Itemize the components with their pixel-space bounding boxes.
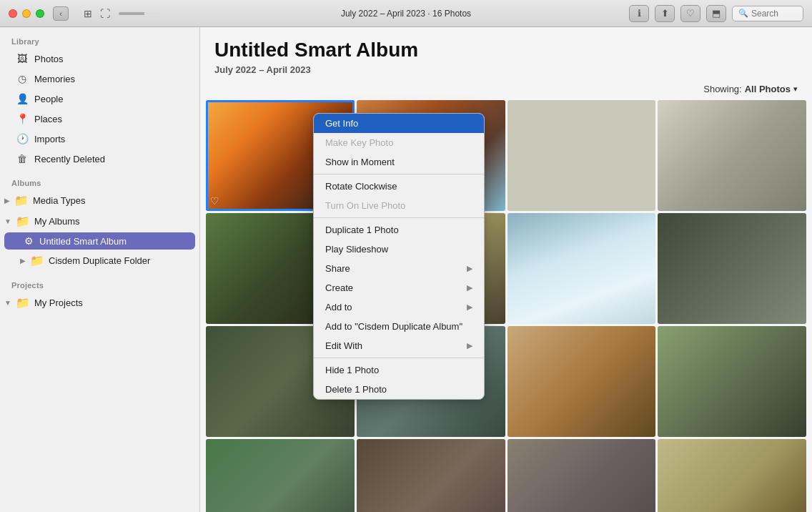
window-title: July 2022 – April 2023 · 16 Photos <box>341 9 471 19</box>
menu-item-edit-with-label: Edit With <box>325 340 362 351</box>
sidebar-item-people-label: People <box>34 94 63 104</box>
menu-item-make-key-photo-label: Make Key Photo <box>325 137 393 148</box>
menu-item-duplicate-label: Duplicate 1 Photo <box>325 225 399 235</box>
zoom-slider[interactable] <box>119 12 162 15</box>
menu-item-rotate-clockwise[interactable]: Rotate Clockwise <box>314 177 484 196</box>
fullscreen-view-button[interactable]: ⛶ <box>97 6 113 21</box>
menu-item-play-slideshow[interactable]: Play Slideshow <box>314 240 484 259</box>
sidebar-item-untitled-smart-album[interactable]: ⚙ Untitled Smart Album <box>4 232 195 250</box>
menu-item-delete-photo[interactable]: Delete 1 Photo <box>314 380 484 399</box>
photo-thumb-16[interactable] <box>658 439 806 512</box>
search-icon: 🔍 <box>738 9 748 18</box>
menu-item-duplicate[interactable]: Duplicate 1 Photo <box>314 220 484 240</box>
chevron-down-icon-projects: ▼ <box>4 299 11 307</box>
menu-item-delete-photo-label: Delete 1 Photo <box>325 384 387 395</box>
memories-icon: ◷ <box>16 72 29 85</box>
sidebar-item-cisdem-label: Cisdem Duplicate Folder <box>49 255 150 266</box>
sidebar-item-photos-label: Photos <box>34 54 63 64</box>
maximize-button[interactable] <box>36 9 44 18</box>
sidebar-item-recently-deleted[interactable]: 🗑 Recently Deleted <box>4 149 195 168</box>
menu-item-edit-with[interactable]: Edit With ▶ <box>314 336 484 355</box>
places-icon: 📍 <box>16 112 29 125</box>
menu-separator-1 <box>314 174 484 174</box>
showing-value: All Photos <box>745 84 791 94</box>
search-box[interactable]: 🔍 <box>732 6 803 21</box>
context-menu[interactable]: Get Info Make Key Photo Show in Moment R… <box>313 113 485 400</box>
add-to-submenu-arrow-icon: ▶ <box>467 302 472 312</box>
menu-item-show-in-moment-label: Show in Moment <box>325 157 395 167</box>
sidebar-group-media-types-label: Media Types <box>33 195 85 206</box>
menu-separator-3 <box>314 358 484 358</box>
close-button[interactable] <box>9 9 17 18</box>
people-icon: 👤 <box>16 92 29 105</box>
chevron-right-icon-cisdem: ▶ <box>20 257 26 265</box>
export-button[interactable]: ⬒ <box>706 5 726 22</box>
photo-thumb-14[interactable] <box>357 439 505 512</box>
photo-thumb-11[interactable] <box>508 326 656 437</box>
sidebar-group-media-types[interactable]: ▶ 📁 Media Types <box>0 191 199 210</box>
back-button[interactable]: ‹ <box>53 6 69 21</box>
showing-chevron-icon: ▾ <box>793 84 798 94</box>
main-content: Untitled Smart Album July 2022 – April 2… <box>200 27 812 512</box>
sidebar-item-cisdem-folder[interactable]: ▶ 📁 Cisdem Duplicate Folder <box>0 251 199 270</box>
sidebar-item-people[interactable]: 👤 People <box>4 89 195 108</box>
photo-grid: ♡ <box>200 100 812 512</box>
sidebar-group-my-projects[interactable]: ▼ 📁 My Projects <box>0 293 199 312</box>
sidebar-item-imports[interactable]: 🕐 Imports <box>4 129 195 148</box>
sidebar-item-memories-label: Memories <box>34 74 75 84</box>
photo-thumb-13[interactable] <box>206 439 355 512</box>
minimize-button[interactable] <box>22 9 31 18</box>
menu-item-share[interactable]: Share ▶ <box>314 259 484 278</box>
date-range: July 2022 – April 2023 <box>214 64 798 75</box>
trash-icon: 🗑 <box>16 152 29 165</box>
sidebar-group-my-albums[interactable]: ▼ 📁 My Albums <box>0 212 199 231</box>
menu-separator-2 <box>314 217 484 218</box>
sidebar-item-memories[interactable]: ◷ Memories <box>4 69 195 88</box>
sidebar: Library 🖼 Photos ◷ Memories 👤 People 📍 P… <box>0 27 200 512</box>
heart-icon-1: ♡ <box>210 195 219 207</box>
edit-with-submenu-arrow-icon: ▶ <box>467 341 472 350</box>
menu-item-turn-on-live-photo-label: Turn On Live Photo <box>325 200 405 211</box>
menu-item-get-info[interactable]: Get Info <box>314 114 484 133</box>
menu-item-make-key-photo: Make Key Photo <box>314 133 484 152</box>
app-body: Library 🖼 Photos ◷ Memories 👤 People 📍 P… <box>0 27 812 512</box>
sidebar-item-places[interactable]: 📍 Places <box>4 109 195 128</box>
titlebar: ‹ ⊞ ⛶ July 2022 – April 2023 · 16 Photos… <box>0 0 812 27</box>
menu-item-add-to-cisdem-label: Add to "Cisdem Duplicate Album" <box>325 321 462 332</box>
menu-item-rotate-clockwise-label: Rotate Clockwise <box>325 181 397 192</box>
sidebar-item-recently-deleted-label: Recently Deleted <box>34 154 105 164</box>
zoom-slider-container <box>119 12 162 15</box>
info-button[interactable]: ℹ <box>629 5 649 22</box>
grid-row-4 <box>206 439 806 512</box>
menu-item-hide-photo-label: Hide 1 Photo <box>325 365 379 375</box>
photo-thumb-7[interactable] <box>508 213 656 324</box>
photo-thumb-15[interactable] <box>508 439 656 512</box>
menu-item-hide-photo[interactable]: Hide 1 Photo <box>314 360 484 380</box>
menu-item-play-slideshow-label: Play Slideshow <box>325 244 388 255</box>
menu-item-turn-on-live-photo: Turn On Live Photo <box>314 196 484 215</box>
album-title: Untitled Smart Album <box>214 39 798 61</box>
cisdem-folder-icon: 📁 <box>30 254 44 267</box>
chevron-right-icon: ▶ <box>4 197 10 205</box>
share-button[interactable]: ⬆ <box>655 5 675 22</box>
photo-thumb-3[interactable] <box>508 100 656 211</box>
grid-row-1: ♡ <box>206 100 806 211</box>
my-albums-folder-icon: 📁 <box>16 215 30 228</box>
menu-item-create[interactable]: Create ▶ <box>314 278 484 297</box>
sidebar-item-photos[interactable]: 🖼 Photos <box>4 49 195 68</box>
menu-item-show-in-moment[interactable]: Show in Moment <box>314 152 484 172</box>
favorite-button[interactable]: ♡ <box>680 5 700 22</box>
menu-item-create-label: Create <box>325 282 353 293</box>
photo-thumb-4[interactable] <box>658 100 806 211</box>
search-input[interactable] <box>751 9 801 19</box>
photo-thumb-8[interactable] <box>658 213 806 324</box>
projects-section-label: Projects <box>0 271 199 292</box>
content-header: Untitled Smart Album July 2022 – April 2… <box>200 27 812 81</box>
menu-item-add-to[interactable]: Add to ▶ <box>314 297 484 317</box>
photo-thumb-12[interactable] <box>658 326 806 437</box>
showing-control[interactable]: Showing: All Photos ▾ <box>703 84 798 94</box>
thumbnail-view-button[interactable]: ⊞ <box>80 6 96 21</box>
chevron-down-icon: ▼ <box>4 217 11 225</box>
menu-item-add-to-cisdem[interactable]: Add to "Cisdem Duplicate Album" <box>314 317 484 336</box>
toolbar-controls: ℹ ⬆ ♡ ⬒ 🔍 <box>629 5 803 22</box>
